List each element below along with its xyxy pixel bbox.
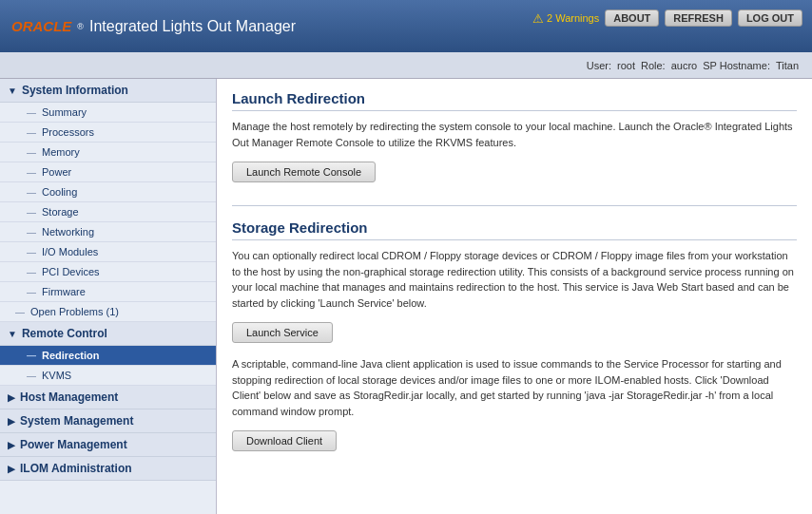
remote-control-label: Remote Control xyxy=(22,327,107,340)
warnings-label: 2 Warnings xyxy=(547,12,599,24)
user-info-bar: User: root Role: aucro SP Hostname: Tita… xyxy=(0,52,812,79)
chevron-down-icon: ▼ xyxy=(8,86,17,96)
sidebar-item-label: Power xyxy=(42,166,71,178)
main-content: Launch Redirection Manage the host remot… xyxy=(217,79,812,514)
sidebar-item-label: Processors xyxy=(42,126,94,138)
sidebar-item-kvms[interactable]: KVMS xyxy=(0,366,216,386)
sidebar-item-label: PCI Devices xyxy=(42,266,100,277)
header: ORACLE ® Integrated Lights Out Manager ⚠… xyxy=(0,0,812,52)
sidebar-item-summary[interactable]: Summary xyxy=(0,103,216,123)
oracle-logo-text: ORACLE xyxy=(11,18,71,34)
sidebar-item-label: Open Problems (1) xyxy=(30,306,119,317)
sidebar-item-firmware[interactable]: Firmware xyxy=(0,282,216,302)
hostname-value: Titan xyxy=(776,60,799,71)
app-logo: ORACLE ® Integrated Lights Out Manager xyxy=(11,18,296,35)
warnings-link[interactable]: ⚠ 2 Warnings xyxy=(532,11,599,26)
hostname-label: SP Hostname: xyxy=(703,60,770,71)
sidebar-item-label: Storage xyxy=(42,206,79,218)
sidebar-section-power-management[interactable]: ▶ Power Management xyxy=(0,433,216,457)
sidebar-section-system-management[interactable]: ▶ System Management xyxy=(0,409,216,433)
ilom-admin-label: ILOM Administration xyxy=(20,462,132,475)
sidebar-item-label: Redirection xyxy=(42,350,100,361)
chevron-right-icon: ▶ xyxy=(8,464,15,474)
user-label: User: xyxy=(587,60,611,71)
sidebar-section-host-management[interactable]: ▶ Host Management xyxy=(0,386,216,409)
sidebar-item-label: Memory xyxy=(42,146,80,158)
user-value: root xyxy=(617,60,635,71)
sidebar-item-pci-devices[interactable]: PCI Devices xyxy=(0,262,216,282)
sidebar: ▼ System Information Summary Processors … xyxy=(0,79,217,514)
sidebar-item-label: Cooling xyxy=(42,186,77,198)
sidebar-section-ilom-admin[interactable]: ▶ ILOM Administration xyxy=(0,457,216,481)
main-layout: ▼ System Information Summary Processors … xyxy=(0,79,812,514)
system-management-label: System Management xyxy=(20,414,133,428)
sidebar-item-redirection[interactable]: Redirection xyxy=(0,346,216,366)
sidebar-item-io-modules[interactable]: I/O Modules xyxy=(0,242,216,262)
host-management-label: Host Management xyxy=(20,390,118,404)
chevron-right-icon: ▶ xyxy=(8,416,15,427)
header-actions: ⚠ 2 Warnings ABOUT REFRESH LOG OUT xyxy=(532,10,802,27)
storage-redirection-title: Storage Redirection xyxy=(232,219,797,240)
storage-redirection-desc1: You can optionally redirect local CDROM … xyxy=(232,248,797,311)
system-info-label: System Information xyxy=(22,84,128,97)
sidebar-item-label: Firmware xyxy=(42,286,86,297)
sidebar-section-remote-control[interactable]: ▼ Remote Control xyxy=(0,322,216,346)
sidebar-item-open-problems[interactable]: Open Problems (1) xyxy=(0,302,216,322)
download-client-button[interactable]: Download Client xyxy=(232,430,337,451)
launch-redirection-desc: Manage the host remotely by redirecting … xyxy=(232,119,797,150)
storage-redirection-desc2: A scriptable, command-line Java client a… xyxy=(232,356,797,419)
power-management-label: Power Management xyxy=(20,438,127,451)
role-value: aucro xyxy=(671,60,698,71)
about-button[interactable]: ABOUT xyxy=(605,10,659,27)
launch-service-button[interactable]: Launch Service xyxy=(232,322,333,343)
sidebar-item-label: Summary xyxy=(42,106,87,118)
chevron-right-icon: ▶ xyxy=(8,440,15,450)
sidebar-item-label: I/O Modules xyxy=(42,246,98,257)
launch-remote-console-button[interactable]: Launch Remote Console xyxy=(232,162,376,182)
header-superscript: ® xyxy=(77,22,84,31)
section-divider xyxy=(232,205,797,206)
role-label: Role: xyxy=(641,60,666,71)
sidebar-item-memory[interactable]: Memory xyxy=(0,143,216,162)
chevron-down-icon: ▼ xyxy=(8,329,17,339)
sidebar-item-cooling[interactable]: Cooling xyxy=(0,182,216,202)
logout-button[interactable]: LOG OUT xyxy=(738,10,802,27)
app-title: Integrated Lights Out Manager xyxy=(89,18,296,35)
refresh-button[interactable]: REFRESH xyxy=(665,10,732,27)
sidebar-item-label: KVMS xyxy=(42,370,71,381)
sidebar-item-networking[interactable]: Networking xyxy=(0,222,216,242)
sidebar-item-processors[interactable]: Processors xyxy=(0,123,216,143)
sidebar-item-label: Networking xyxy=(42,226,94,238)
launch-redirection-title: Launch Redirection xyxy=(232,90,797,111)
sidebar-item-storage[interactable]: Storage xyxy=(0,202,216,222)
warning-icon: ⚠ xyxy=(532,11,544,26)
sidebar-item-power[interactable]: Power xyxy=(0,162,216,182)
sidebar-section-system-info[interactable]: ▼ System Information xyxy=(0,79,216,103)
chevron-right-icon: ▶ xyxy=(8,392,15,403)
